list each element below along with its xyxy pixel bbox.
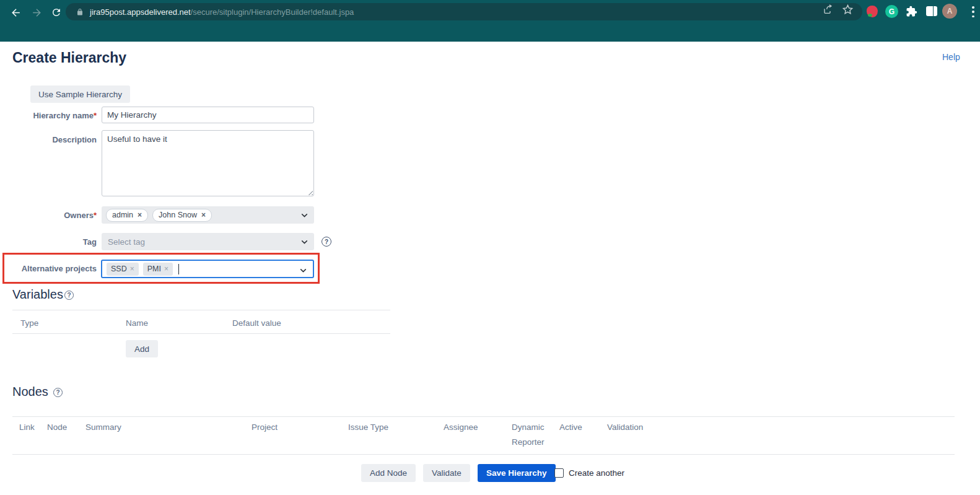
owners-label-text: Owners: [64, 211, 94, 220]
add-node-button[interactable]: Add Node: [361, 464, 416, 482]
add-variable-button[interactable]: Add: [126, 340, 158, 357]
owner-chip-label: admin: [112, 211, 133, 219]
divider: [12, 454, 955, 455]
remove-chip-icon[interactable]: ×: [130, 265, 134, 273]
variables-heading: Variables: [12, 287, 63, 302]
puzzle-icon: [906, 6, 917, 17]
share-icon: [823, 4, 834, 15]
reload-button[interactable]: [48, 4, 64, 20]
project-chip-label: SSD: [111, 265, 127, 273]
nodes-col-node: Node: [47, 420, 67, 435]
nodes-col-project: Project: [252, 420, 278, 435]
chevron-down-icon: [300, 238, 308, 246]
tag-help-icon[interactable]: ?: [322, 237, 331, 247]
hierarchy-name-label: Hierarchy name*: [0, 111, 97, 120]
back-button[interactable]: [7, 4, 24, 20]
project-chip: SSD×: [107, 263, 139, 276]
create-another-checkbox[interactable]: [554, 468, 564, 478]
owners-select[interactable]: admin× John Snow×: [102, 206, 314, 224]
avatar-letter: A: [947, 7, 953, 15]
variables-col-default: Default value: [232, 316, 281, 331]
owner-chip: John Snow×: [152, 209, 212, 222]
required-mark: *: [94, 111, 97, 120]
nodes-col-validation: Validation: [607, 420, 643, 435]
project-chip-label: PMI: [147, 265, 161, 273]
alternative-projects-select[interactable]: SSD× PMI×: [101, 260, 314, 278]
kebab-dot: [972, 6, 974, 9]
description-textarea[interactable]: Useful to have it: [102, 130, 314, 196]
profile-avatar[interactable]: A: [942, 4, 957, 19]
url-path: /secure/sitplugin/HierarchyBuilder!defau…: [191, 7, 354, 17]
page-title: Create Hierarchy: [12, 50, 126, 66]
forward-arrow-icon: [31, 7, 43, 19]
bookmark-button[interactable]: [841, 3, 854, 15]
hierarchy-name-label-text: Hierarchy name: [33, 111, 94, 120]
browser-window: jira95post.appsdelivered.net/secure/sitp…: [0, 0, 980, 495]
url-text: jira95post.appsdelivered.net/secure/sitp…: [90, 7, 354, 17]
divider: [12, 416, 955, 417]
description-label: Description: [0, 135, 97, 144]
forward-button[interactable]: [28, 4, 45, 20]
create-another-label: Create another: [569, 468, 624, 478]
owner-chip-label: John Snow: [159, 211, 197, 219]
validate-button[interactable]: Validate: [423, 464, 470, 482]
nodes-col-summary: Summary: [85, 420, 121, 435]
remove-chip-icon[interactable]: ×: [138, 211, 142, 219]
variables-col-type: Type: [20, 316, 38, 331]
help-link[interactable]: Help: [942, 52, 960, 62]
grammarly-letter: G: [889, 7, 895, 16]
tag-select[interactable]: Select tag: [102, 233, 314, 250]
variables-help-icon[interactable]: ?: [64, 291, 74, 300]
divider: [12, 333, 390, 334]
side-panel-button[interactable]: [926, 6, 937, 16]
save-hierarchy-button[interactable]: Save Hierarchy: [478, 464, 556, 482]
lock-icon[interactable]: [76, 8, 84, 16]
nodes-col-link: Link: [19, 420, 35, 435]
divider: [12, 310, 390, 310]
use-sample-hierarchy-button[interactable]: Use Sample Hierarchy: [30, 85, 130, 103]
extension-grammarly-icon[interactable]: G: [885, 5, 898, 18]
remove-chip-icon[interactable]: ×: [201, 211, 206, 219]
star-icon: [842, 4, 854, 15]
url-domain: jira95post.appsdelivered.net: [90, 7, 191, 17]
owners-label: Owners*: [0, 211, 97, 220]
alternative-projects-label: Alternative projects: [0, 264, 97, 273]
reload-icon: [51, 7, 62, 18]
share-button[interactable]: [822, 3, 834, 15]
nodes-heading: Nodes: [12, 385, 48, 399]
nodes-help-icon[interactable]: ?: [53, 388, 63, 397]
nodes-col-dynamic-reporter: Dynamic Reporter: [512, 420, 550, 450]
tag-placeholder: Select tag: [106, 237, 145, 247]
tag-label: Tag: [0, 237, 97, 247]
extension-berry-icon[interactable]: [867, 6, 878, 17]
nodes-col-issue-type: Issue Type: [348, 420, 388, 435]
variables-col-name: Name: [126, 316, 148, 331]
extensions-menu-button[interactable]: [906, 6, 917, 17]
address-bar[interactable]: jira95post.appsdelivered.net/secure/sitp…: [66, 3, 862, 20]
nodes-col-assignee: Assignee: [444, 420, 478, 435]
project-chip: PMI×: [143, 263, 173, 276]
chevron-down-icon: [300, 211, 308, 219]
text-cursor: [178, 264, 180, 274]
berry-leaf-icon: [868, 14, 872, 17]
owner-chip: admin×: [106, 209, 148, 222]
browser-toolbar: jira95post.appsdelivered.net/secure/sitp…: [0, 0, 980, 42]
hierarchy-name-input[interactable]: [102, 107, 314, 123]
nodes-col-active: Active: [559, 420, 582, 435]
kebab-dot: [972, 15, 974, 18]
chevron-down-icon: [299, 266, 307, 274]
required-mark: *: [94, 211, 97, 220]
chrome-menu-button[interactable]: [972, 6, 974, 17]
kebab-dot: [972, 11, 974, 13]
back-arrow-icon: [10, 7, 22, 19]
remove-chip-icon[interactable]: ×: [164, 265, 168, 273]
